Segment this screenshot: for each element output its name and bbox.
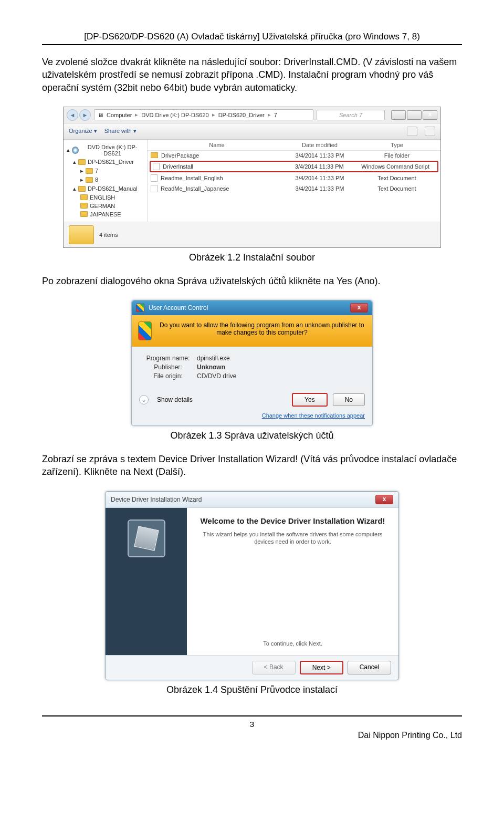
footer-company: Dai Nippon Printing Co., Ltd xyxy=(42,731,462,740)
uac-footer: ⌄ Show details Yes No xyxy=(132,388,372,412)
breadcrumb[interactable]: Computer xyxy=(107,112,132,118)
paragraph-2: Po zobrazení dialogového okna Správa uži… xyxy=(42,275,462,287)
file-date: 3/4/2014 11:33 PM xyxy=(283,152,356,159)
file-type: File folder xyxy=(356,152,437,159)
address-bar[interactable]: 🖥 Computer▸ DVD Drive (K:) DP-DS620▸ DP-… xyxy=(94,109,313,120)
file-row[interactable]: DriverPackage3/4/2014 11:33 PMFile folde… xyxy=(148,151,440,160)
nav-back-icon[interactable]: ◄ xyxy=(67,109,78,121)
page-number: 3 xyxy=(42,715,462,729)
value: CD/DVD drive xyxy=(197,372,236,380)
tree-item[interactable]: 8 xyxy=(95,176,98,183)
folder-icon xyxy=(80,211,88,217)
value: dpinstill.exe xyxy=(197,355,230,362)
maximize-button[interactable] xyxy=(407,110,422,120)
col-name[interactable]: Name xyxy=(151,142,283,148)
file-name: Readme_Install_English xyxy=(161,175,223,181)
wizard-continue: To continue, click Next. xyxy=(197,640,388,647)
uac-dialog: User Account Control x Do you want to al… xyxy=(131,300,373,426)
file-pane: Name Date modified Type DriverPackage3/4… xyxy=(148,140,440,222)
uac-titlebar: User Account Control x xyxy=(132,300,372,315)
shield-icon xyxy=(136,304,144,312)
no-button[interactable]: No xyxy=(333,393,365,406)
tree-item[interactable]: DP-DS621_Driver xyxy=(88,159,134,165)
uac-title-text: User Account Control xyxy=(149,304,208,311)
back-button: < Back xyxy=(252,661,296,674)
explorer-toolbar: Organize ▾ Share with ▾ xyxy=(64,123,440,140)
file-icon xyxy=(151,174,158,182)
chevron-down-icon[interactable]: ⌄ xyxy=(139,395,149,404)
folder-icon xyxy=(78,159,86,165)
file-type: Text Document xyxy=(356,175,437,181)
file-date: 3/4/2014 11:33 PM xyxy=(283,163,355,170)
paragraph-3: Zobrazí se zpráva s textem Device Driver… xyxy=(42,453,462,479)
close-button[interactable]: x xyxy=(375,495,393,504)
wizard-icon xyxy=(128,520,165,557)
share-menu[interactable]: Share with ▾ xyxy=(104,128,136,134)
figure-caption-3: Obrázek 1.4 Spuštění Průvodce instalací xyxy=(42,684,462,695)
breadcrumb[interactable]: 7 xyxy=(274,112,277,118)
cancel-button[interactable]: Cancel xyxy=(348,661,391,674)
file-row[interactable]: Readme_Install_English3/4/2014 11:33 PMT… xyxy=(148,173,440,183)
wizard-sidebar xyxy=(106,508,187,655)
disc-icon xyxy=(72,147,79,154)
tree-item[interactable]: JAIPANESE xyxy=(90,211,121,217)
figure-caption-2: Obrázek 1.3 Správa uživatelských účtů xyxy=(42,430,462,441)
file-type: Text Document xyxy=(356,185,437,192)
tree-item[interactable]: 7 xyxy=(95,168,98,174)
file-row[interactable]: DriverInstall3/4/2014 11:33 PMWindows Co… xyxy=(150,161,438,172)
file-row[interactable]: ReadMe_Install_Japanese3/4/2014 11:33 PM… xyxy=(148,183,440,194)
window-controls: x xyxy=(391,110,437,120)
close-button[interactable]: x xyxy=(423,110,437,120)
yes-button[interactable]: Yes xyxy=(292,393,328,407)
file-icon xyxy=(151,185,158,192)
file-icon xyxy=(153,163,160,170)
label: Publisher: xyxy=(139,363,197,371)
explorer-titlebar: ◄ ► 🖥 Computer▸ DVD Drive (K:) DP-DS620▸… xyxy=(64,107,440,123)
file-name: DriverInstall xyxy=(163,163,193,170)
search-input[interactable]: Search 7 xyxy=(317,110,385,120)
close-button[interactable]: x xyxy=(350,303,368,313)
tree-item[interactable]: ENGLISH xyxy=(90,194,115,201)
tree-item[interactable]: GERMAN xyxy=(90,203,115,209)
file-type: Windows Command Script xyxy=(355,163,435,170)
figure-caption-1: Obrázek 1.2 Instalační soubor xyxy=(42,252,462,263)
file-name: DriverPackage xyxy=(161,152,199,159)
wizard-heading: Welcome to the Device Driver Installatio… xyxy=(197,516,388,525)
breadcrumb[interactable]: DVD Drive (K:) DP-DS620 xyxy=(141,112,208,118)
folder-icon xyxy=(80,194,88,200)
help-button[interactable] xyxy=(425,127,435,136)
wizard-titlebar: Device Driver Installation Wizard x xyxy=(106,492,398,508)
label: Program name: xyxy=(139,355,197,362)
wizard-title-text: Device Driver Installation Wizard xyxy=(111,496,202,503)
wizard-content: Welcome to the Device Driver Installatio… xyxy=(187,508,398,655)
tree-item[interactable]: DP-DS621_Manual xyxy=(88,185,138,192)
file-date: 3/4/2014 11:33 PM xyxy=(283,185,356,192)
show-details-link[interactable]: Show details xyxy=(157,396,193,403)
folder-icon xyxy=(80,203,88,209)
col-date[interactable]: Date modified xyxy=(283,142,356,148)
col-type[interactable]: Type xyxy=(356,142,437,148)
tree-drive[interactable]: DVD Drive (K:) DP-DS621 xyxy=(81,144,144,157)
file-date: 3/4/2014 11:33 PM xyxy=(283,175,356,181)
wizard-dialog: Device Driver Installation Wizard x Welc… xyxy=(105,491,399,680)
next-button[interactable]: Next > xyxy=(300,661,343,674)
uac-question: Do you want to allow the following progr… xyxy=(158,321,366,336)
breadcrumb[interactable]: DP-DS620_Driver xyxy=(218,112,265,118)
paragraph-1: Ve zvolené složce dvakrát klikněte na ná… xyxy=(42,56,462,94)
status-bar: 4 items xyxy=(64,222,440,247)
folder-icon xyxy=(86,177,93,183)
folder-icon xyxy=(86,168,93,174)
view-button[interactable] xyxy=(407,127,417,136)
organize-menu[interactable]: Organize ▾ xyxy=(69,128,97,134)
uac-question-band: Do you want to allow the following progr… xyxy=(132,315,372,347)
wizard-footer: < Back Next > Cancel xyxy=(106,655,398,680)
explorer-window: ◄ ► 🖥 Computer▸ DVD Drive (K:) DP-DS620▸… xyxy=(63,107,441,248)
folder-icon xyxy=(151,152,158,158)
shield-icon xyxy=(138,321,152,340)
minimize-button[interactable] xyxy=(391,110,406,120)
folder-icon xyxy=(78,186,86,192)
label: File origin: xyxy=(139,372,197,380)
uac-settings-link[interactable]: Change when these notifications appear xyxy=(262,412,365,419)
file-name: ReadMe_Install_Japanese xyxy=(161,185,229,192)
nav-fwd-icon[interactable]: ► xyxy=(79,109,91,121)
